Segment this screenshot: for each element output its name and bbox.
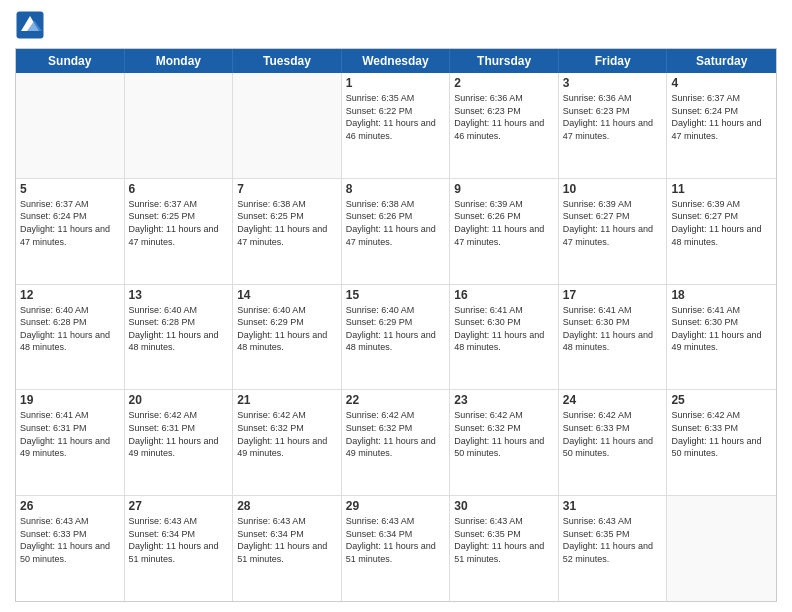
day-header-wednesday: Wednesday (342, 49, 451, 73)
day-info: Sunrise: 6:42 AM Sunset: 6:33 PM Dayligh… (671, 409, 772, 459)
day-number: 26 (20, 499, 120, 513)
day-cell-11: 11Sunrise: 6:39 AM Sunset: 6:27 PM Dayli… (667, 179, 776, 284)
day-number: 6 (129, 182, 229, 196)
day-number: 14 (237, 288, 337, 302)
week-row-5: 26Sunrise: 6:43 AM Sunset: 6:33 PM Dayli… (16, 496, 776, 601)
day-header-sunday: Sunday (16, 49, 125, 73)
day-info: Sunrise: 6:42 AM Sunset: 6:32 PM Dayligh… (454, 409, 554, 459)
day-info: Sunrise: 6:36 AM Sunset: 6:23 PM Dayligh… (563, 92, 663, 142)
day-number: 4 (671, 76, 772, 90)
day-number: 23 (454, 393, 554, 407)
day-info: Sunrise: 6:38 AM Sunset: 6:25 PM Dayligh… (237, 198, 337, 248)
calendar-header: SundayMondayTuesdayWednesdayThursdayFrid… (16, 49, 776, 73)
day-header-monday: Monday (125, 49, 234, 73)
week-row-3: 12Sunrise: 6:40 AM Sunset: 6:28 PM Dayli… (16, 285, 776, 391)
day-cell-21: 21Sunrise: 6:42 AM Sunset: 6:32 PM Dayli… (233, 390, 342, 495)
day-info: Sunrise: 6:39 AM Sunset: 6:27 PM Dayligh… (563, 198, 663, 248)
day-cell-25: 25Sunrise: 6:42 AM Sunset: 6:33 PM Dayli… (667, 390, 776, 495)
day-info: Sunrise: 6:40 AM Sunset: 6:28 PM Dayligh… (20, 304, 120, 354)
day-info: Sunrise: 6:35 AM Sunset: 6:22 PM Dayligh… (346, 92, 446, 142)
day-number: 17 (563, 288, 663, 302)
day-info: Sunrise: 6:42 AM Sunset: 6:31 PM Dayligh… (129, 409, 229, 459)
day-cell-empty (233, 73, 342, 178)
day-header-saturday: Saturday (667, 49, 776, 73)
day-cell-3: 3Sunrise: 6:36 AM Sunset: 6:23 PM Daylig… (559, 73, 668, 178)
day-cell-16: 16Sunrise: 6:41 AM Sunset: 6:30 PM Dayli… (450, 285, 559, 390)
day-info: Sunrise: 6:37 AM Sunset: 6:24 PM Dayligh… (20, 198, 120, 248)
day-cell-20: 20Sunrise: 6:42 AM Sunset: 6:31 PM Dayli… (125, 390, 234, 495)
day-cell-22: 22Sunrise: 6:42 AM Sunset: 6:32 PM Dayli… (342, 390, 451, 495)
day-cell-18: 18Sunrise: 6:41 AM Sunset: 6:30 PM Dayli… (667, 285, 776, 390)
day-info: Sunrise: 6:41 AM Sunset: 6:30 PM Dayligh… (454, 304, 554, 354)
day-info: Sunrise: 6:37 AM Sunset: 6:25 PM Dayligh… (129, 198, 229, 248)
day-cell-30: 30Sunrise: 6:43 AM Sunset: 6:35 PM Dayli… (450, 496, 559, 601)
week-row-2: 5Sunrise: 6:37 AM Sunset: 6:24 PM Daylig… (16, 179, 776, 285)
day-info: Sunrise: 6:40 AM Sunset: 6:29 PM Dayligh… (237, 304, 337, 354)
day-number: 12 (20, 288, 120, 302)
day-info: Sunrise: 6:39 AM Sunset: 6:27 PM Dayligh… (671, 198, 772, 248)
day-number: 5 (20, 182, 120, 196)
day-info: Sunrise: 6:43 AM Sunset: 6:34 PM Dayligh… (237, 515, 337, 565)
day-cell-empty (125, 73, 234, 178)
day-number: 7 (237, 182, 337, 196)
day-number: 30 (454, 499, 554, 513)
day-number: 3 (563, 76, 663, 90)
day-info: Sunrise: 6:42 AM Sunset: 6:33 PM Dayligh… (563, 409, 663, 459)
day-header-thursday: Thursday (450, 49, 559, 73)
day-number: 21 (237, 393, 337, 407)
day-cell-27: 27Sunrise: 6:43 AM Sunset: 6:34 PM Dayli… (125, 496, 234, 601)
day-cell-6: 6Sunrise: 6:37 AM Sunset: 6:25 PM Daylig… (125, 179, 234, 284)
day-cell-31: 31Sunrise: 6:43 AM Sunset: 6:35 PM Dayli… (559, 496, 668, 601)
day-info: Sunrise: 6:40 AM Sunset: 6:28 PM Dayligh… (129, 304, 229, 354)
day-cell-5: 5Sunrise: 6:37 AM Sunset: 6:24 PM Daylig… (16, 179, 125, 284)
day-number: 27 (129, 499, 229, 513)
day-cell-23: 23Sunrise: 6:42 AM Sunset: 6:32 PM Dayli… (450, 390, 559, 495)
day-number: 10 (563, 182, 663, 196)
day-cell-empty (667, 496, 776, 601)
day-cell-19: 19Sunrise: 6:41 AM Sunset: 6:31 PM Dayli… (16, 390, 125, 495)
day-info: Sunrise: 6:43 AM Sunset: 6:35 PM Dayligh… (454, 515, 554, 565)
day-number: 1 (346, 76, 446, 90)
day-number: 9 (454, 182, 554, 196)
day-info: Sunrise: 6:42 AM Sunset: 6:32 PM Dayligh… (237, 409, 337, 459)
week-row-4: 19Sunrise: 6:41 AM Sunset: 6:31 PM Dayli… (16, 390, 776, 496)
day-cell-28: 28Sunrise: 6:43 AM Sunset: 6:34 PM Dayli… (233, 496, 342, 601)
day-cell-13: 13Sunrise: 6:40 AM Sunset: 6:28 PM Dayli… (125, 285, 234, 390)
day-cell-24: 24Sunrise: 6:42 AM Sunset: 6:33 PM Dayli… (559, 390, 668, 495)
day-info: Sunrise: 6:43 AM Sunset: 6:34 PM Dayligh… (129, 515, 229, 565)
day-info: Sunrise: 6:39 AM Sunset: 6:26 PM Dayligh… (454, 198, 554, 248)
week-row-1: 1Sunrise: 6:35 AM Sunset: 6:22 PM Daylig… (16, 73, 776, 179)
day-number: 28 (237, 499, 337, 513)
day-number: 18 (671, 288, 772, 302)
day-cell-4: 4Sunrise: 6:37 AM Sunset: 6:24 PM Daylig… (667, 73, 776, 178)
day-header-friday: Friday (559, 49, 668, 73)
day-number: 20 (129, 393, 229, 407)
day-cell-8: 8Sunrise: 6:38 AM Sunset: 6:26 PM Daylig… (342, 179, 451, 284)
day-header-tuesday: Tuesday (233, 49, 342, 73)
day-info: Sunrise: 6:38 AM Sunset: 6:26 PM Dayligh… (346, 198, 446, 248)
day-number: 31 (563, 499, 663, 513)
day-number: 29 (346, 499, 446, 513)
day-cell-empty (16, 73, 125, 178)
header (15, 10, 777, 40)
day-info: Sunrise: 6:40 AM Sunset: 6:29 PM Dayligh… (346, 304, 446, 354)
day-cell-29: 29Sunrise: 6:43 AM Sunset: 6:34 PM Dayli… (342, 496, 451, 601)
day-number: 19 (20, 393, 120, 407)
logo-icon (15, 10, 45, 40)
day-cell-12: 12Sunrise: 6:40 AM Sunset: 6:28 PM Dayli… (16, 285, 125, 390)
day-cell-1: 1Sunrise: 6:35 AM Sunset: 6:22 PM Daylig… (342, 73, 451, 178)
day-number: 25 (671, 393, 772, 407)
day-info: Sunrise: 6:37 AM Sunset: 6:24 PM Dayligh… (671, 92, 772, 142)
day-number: 13 (129, 288, 229, 302)
day-cell-7: 7Sunrise: 6:38 AM Sunset: 6:25 PM Daylig… (233, 179, 342, 284)
logo (15, 10, 47, 40)
day-number: 22 (346, 393, 446, 407)
day-cell-17: 17Sunrise: 6:41 AM Sunset: 6:30 PM Dayli… (559, 285, 668, 390)
calendar-body: 1Sunrise: 6:35 AM Sunset: 6:22 PM Daylig… (16, 73, 776, 601)
page: SundayMondayTuesdayWednesdayThursdayFrid… (0, 0, 792, 612)
day-info: Sunrise: 6:43 AM Sunset: 6:35 PM Dayligh… (563, 515, 663, 565)
day-cell-2: 2Sunrise: 6:36 AM Sunset: 6:23 PM Daylig… (450, 73, 559, 178)
day-number: 15 (346, 288, 446, 302)
day-number: 24 (563, 393, 663, 407)
day-info: Sunrise: 6:41 AM Sunset: 6:30 PM Dayligh… (563, 304, 663, 354)
